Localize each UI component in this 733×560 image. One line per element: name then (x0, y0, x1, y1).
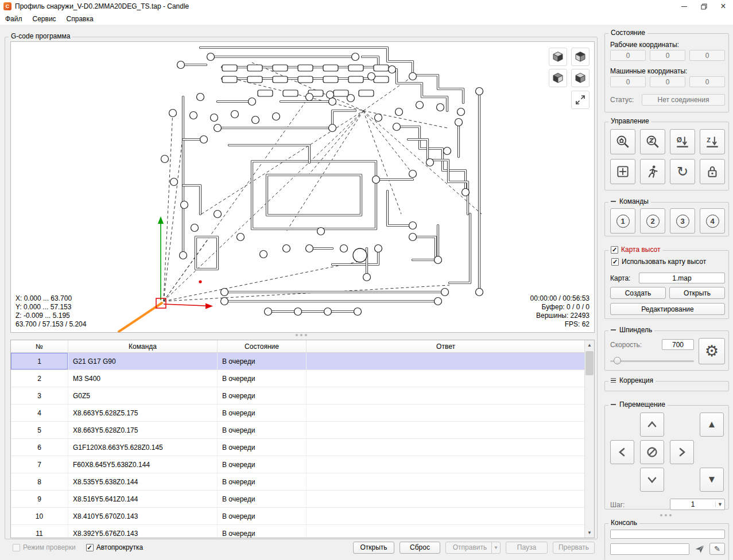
cube-side-icon (575, 72, 586, 84)
send-button[interactable]: Отправить ▼ (445, 542, 501, 554)
toolpath-canvas[interactable] (11, 42, 594, 332)
view-top-button[interactable] (571, 48, 589, 66)
spindle-group: Шпиндель Скорость: 700 ⚙ (604, 330, 729, 371)
user-command-4-button[interactable]: 4 (700, 208, 725, 234)
panel-splitter-handle[interactable] (660, 514, 672, 516)
table-scrollbar[interactable]: ▲ ▼ (584, 340, 594, 538)
abort-button[interactable]: Прервать (553, 542, 595, 554)
control-group: Управление Ø Z ↻ (604, 122, 729, 190)
table-row[interactable]: 5X8.663Y5.628Z0.175В очереди (11, 422, 594, 439)
step-combobox[interactable]: 1 ▼ (670, 499, 725, 510)
running-man-icon (645, 164, 660, 179)
menu-help[interactable]: Справка (61, 13, 99, 25)
user-command-1-button[interactable]: 1 (610, 208, 635, 234)
close-button[interactable]: × (713, 0, 733, 13)
fit-view-button[interactable] (571, 91, 589, 109)
jog-x-plus-button[interactable] (670, 440, 694, 464)
view-isometric-button[interactable] (549, 48, 567, 66)
splitter-handle[interactable] (296, 334, 307, 336)
user-command-2-button[interactable]: 2 (640, 208, 665, 234)
jog-y-minus-button[interactable] (640, 468, 664, 492)
slider-handle[interactable] (614, 357, 621, 364)
header-response[interactable]: Ответ (307, 340, 585, 352)
table-row[interactable]: 8X8.535Y5.638Z0.144В очереди (11, 473, 594, 491)
menu-file[interactable]: Файл (0, 13, 28, 25)
view-front-button[interactable] (549, 69, 567, 87)
expand-icon[interactable] (611, 378, 616, 383)
table-row[interactable]: 11X8.392Y5.676Z0.143В очереди (11, 525, 594, 538)
safe-position-button[interactable] (640, 159, 665, 184)
home-search-icon (615, 134, 630, 149)
cube-front-icon (552, 72, 564, 84)
console-output[interactable] (610, 530, 725, 539)
table-row[interactable]: 9X8.516Y5.641Z0.144В очереди (11, 491, 594, 508)
toolpath-viewport[interactable]: X: 0.000 ... 63.700 Y: 0.000 ... 57.153 … (10, 41, 595, 333)
header-number[interactable]: № (11, 340, 68, 352)
reset-icon: ↻ (677, 165, 688, 178)
program-table-rows: 1G21 G17 G90В очереди2M3 S400В очереди3G… (11, 353, 594, 538)
collapse-icon[interactable] (611, 201, 616, 202)
open-map-button[interactable]: Открыть (669, 287, 725, 299)
reset-button[interactable]: ↻ (670, 159, 695, 184)
zero-xy-button[interactable]: Ø (670, 129, 695, 154)
console-group-title: Консоль (608, 519, 639, 527)
combo-arrow-icon: ▼ (715, 501, 724, 507)
jog-z-minus-button[interactable]: ▼ (700, 468, 724, 492)
minimize-button[interactable] (674, 0, 694, 13)
table-row[interactable]: 1G21 G17 G90В очереди (11, 353, 594, 370)
jog-stop-button[interactable] (640, 440, 664, 464)
collapse-icon[interactable] (611, 404, 616, 405)
table-row[interactable]: 6G1F120X8.663Y5.628Z0.145В очереди (11, 439, 594, 456)
title-bar: C Профиль снаружи_V-D0.2MMA20DEG_TS.tap … (0, 0, 733, 13)
create-map-button[interactable]: Создать (610, 287, 666, 299)
edit-map-button[interactable]: Редактирование (610, 303, 725, 315)
table-row[interactable]: 3G0Z5В очереди (11, 387, 594, 405)
header-state[interactable]: Состояние (218, 340, 307, 352)
minimize-icon (681, 6, 687, 7)
triangle-down-icon: ▼ (707, 474, 717, 485)
chevron-right-icon (676, 446, 688, 458)
console-input[interactable] (610, 543, 689, 555)
home-button[interactable] (610, 129, 635, 154)
bounds-y: Y: 0.000 ... 57.153 (15, 303, 86, 312)
chevron-up-icon (646, 418, 658, 431)
unlock-button[interactable] (700, 159, 725, 184)
console-edit-button[interactable]: ✎ (709, 543, 725, 555)
autoscroll-checkbox[interactable]: ✓ Автопрокрутка (86, 543, 143, 551)
scrollbar-thumb[interactable] (585, 351, 594, 375)
spindle-toggle-button[interactable]: ⚙ (699, 338, 725, 364)
menu-service[interactable]: Сервис (28, 13, 61, 25)
jog-z-plus-button[interactable]: ▲ (700, 413, 724, 437)
table-row[interactable]: 2M3 S400В очереди (11, 370, 594, 387)
scroll-up-button[interactable]: ▲ (585, 340, 594, 350)
spindle-speed-slider[interactable] (610, 357, 694, 365)
triangle-up-icon: ▲ (707, 419, 717, 430)
check-mode-checkbox[interactable]: Режим проверки (13, 543, 76, 551)
scroll-down-button[interactable]: ▼ (585, 528, 594, 538)
z-probe-icon (645, 134, 660, 149)
restore-origin-button[interactable] (610, 159, 635, 184)
reset-program-button[interactable]: Сброс (400, 542, 440, 554)
restore-button[interactable] (694, 0, 713, 13)
table-row[interactable]: 4X8.663Y5.628Z5.175В очереди (11, 405, 594, 422)
user-command-3-button[interactable]: 3 (670, 208, 695, 234)
view-side-button[interactable] (571, 69, 589, 87)
jog-y-plus-button[interactable] (640, 413, 664, 437)
send-dropdown-icon[interactable]: ▼ (491, 542, 500, 553)
map-name-field[interactable]: 1.map (639, 273, 725, 283)
table-row[interactable]: 10X8.410Y5.670Z0.143В очереди (11, 508, 594, 525)
table-row[interactable]: 7F60X8.645Y5.638Z0.144В очереди (11, 456, 594, 473)
header-command[interactable]: Команда (68, 340, 218, 352)
collapse-icon[interactable] (611, 329, 616, 330)
jog-x-minus-button[interactable] (610, 440, 634, 464)
console-group: Консоль ✎ (604, 523, 729, 560)
zero-z-button[interactable]: Z (700, 129, 725, 154)
candle-window: { "window": { "title": "Профиль снаружи_… (0, 0, 733, 560)
spindle-speed-field[interactable]: 700 (662, 339, 694, 350)
pause-button[interactable]: Пауза (506, 542, 548, 554)
use-heightmap-checkbox[interactable]: ✓ Использовать карту высот (611, 258, 706, 266)
z-probe-button[interactable] (640, 129, 665, 154)
console-send-button[interactable] (692, 543, 707, 555)
heightmap-enable-checkbox[interactable]: ✓ Карта высот (611, 246, 660, 254)
open-file-button[interactable]: Открыть (353, 542, 394, 554)
